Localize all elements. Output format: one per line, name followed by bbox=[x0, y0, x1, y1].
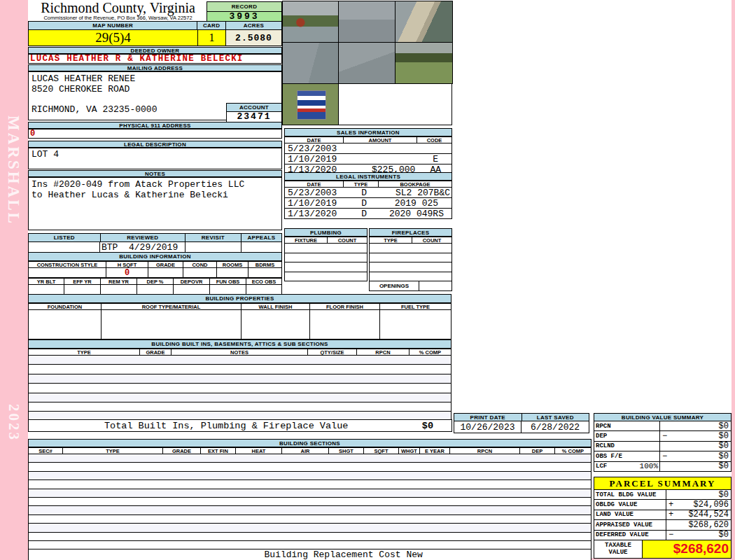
plumbing-table: PLUMBING FIXTURE COUNT bbox=[284, 228, 368, 281]
built-ins-grade-label: GRADE bbox=[140, 349, 172, 356]
empty-row bbox=[29, 356, 451, 365]
property-photo-7[interactable] bbox=[282, 83, 339, 125]
empty-row bbox=[29, 480, 591, 489]
sales-code-label: CODE bbox=[417, 136, 452, 144]
plumbing-title: PLUMBING bbox=[284, 228, 368, 237]
sales-amount-label: AMOUNT bbox=[344, 136, 417, 144]
rooms-value bbox=[217, 268, 248, 278]
property-photo-2[interactable] bbox=[338, 1, 396, 43]
empty-row bbox=[29, 489, 591, 498]
instrument-date-3: 1/13/2020 bbox=[285, 209, 346, 219]
property-photo-3[interactable] bbox=[395, 1, 453, 43]
print-date-value: 10/26/2023 bbox=[454, 421, 522, 433]
empty-row bbox=[29, 541, 591, 550]
instrument-type-1: D bbox=[346, 188, 382, 198]
built-ins-total-value: $0 bbox=[422, 421, 433, 431]
grade-value bbox=[148, 268, 183, 278]
empty-row bbox=[29, 384, 451, 393]
notes-header: NOTES bbox=[28, 170, 282, 177]
land-value-row: + $244,524 bbox=[666, 510, 732, 520]
county-subtitle: Commissioner of the Revenue, PO Box 366,… bbox=[29, 15, 206, 21]
deferred-value-row: − $0 bbox=[666, 531, 732, 540]
fireplaces-title: FIREPLACES bbox=[369, 228, 452, 237]
hsqft-label: H SQFT bbox=[106, 261, 148, 268]
notes-line-1: Ins #2020-049 from Atack Properties LLC bbox=[31, 179, 279, 190]
foundation-value bbox=[28, 310, 102, 340]
legal-description-header: LEGAL DESCRIPTION bbox=[28, 141, 282, 148]
sales-date-1: 5/23/2003 bbox=[285, 144, 346, 154]
empty-row bbox=[29, 463, 591, 471]
print-date-table: PRINT DATE LAST SAVED 10/26/2023 6/28/20… bbox=[454, 413, 589, 433]
record-table: RECORD 3993 bbox=[206, 1, 282, 23]
instrument-bookpage-label: BOOKPAGE bbox=[379, 181, 452, 188]
effyr-label: EFF YR bbox=[64, 278, 101, 285]
building-sections-footer-row: Building Replacement Cost New bbox=[28, 550, 592, 560]
construction-style-value bbox=[28, 268, 106, 278]
cond-label: COND bbox=[183, 261, 217, 268]
plumbing-fixture-label: FIXTURE bbox=[284, 237, 328, 244]
property-photo-6[interactable] bbox=[395, 42, 453, 84]
listed-label: LISTED bbox=[28, 233, 101, 242]
total-bldg-value-row: $0 bbox=[666, 490, 732, 500]
realty-sign bbox=[297, 90, 326, 120]
instrument-date-2: 1/10/2019 bbox=[285, 198, 346, 209]
section-rpcn-label: RPCN bbox=[450, 447, 520, 454]
bvs-lcf-label: LCF 100% bbox=[594, 462, 660, 472]
last-saved-value: 6/28/2022 bbox=[522, 421, 589, 433]
revisit-value bbox=[186, 242, 241, 253]
fireplaces-table: FIREPLACES TYPE COUNT OPENINGS bbox=[369, 228, 452, 291]
property-photo-4[interactable] bbox=[282, 42, 339, 84]
depovr-value bbox=[174, 285, 210, 295]
total-bldg-value: $0 bbox=[719, 490, 729, 500]
empty-row bbox=[29, 454, 591, 463]
section-type-label: TYPE bbox=[63, 447, 163, 454]
parcel-summary-title: PARCEL SUMMARY bbox=[594, 477, 732, 490]
plumbing-count-label: COUNT bbox=[328, 237, 368, 244]
replacement-cost-label: Building Replacement Cost New bbox=[265, 550, 423, 560]
building-value-summary-title: BUILDING VALUE SUMMARY bbox=[594, 413, 732, 421]
empty-row bbox=[29, 365, 451, 374]
appeals-value bbox=[241, 242, 282, 253]
instrument-type-label: TYPE bbox=[344, 181, 379, 188]
fireplaces-count-label: COUNT bbox=[412, 237, 452, 244]
foundation-label: FOUNDATION bbox=[28, 303, 102, 310]
heat-label: HEAT bbox=[236, 447, 282, 454]
deeded-owner-value: LUCAS HEATHER R & KATHERINE BELECKI bbox=[28, 54, 282, 64]
openings-value bbox=[419, 281, 452, 291]
sales-information-title: SALES INFORMATION bbox=[284, 128, 452, 136]
empty-row bbox=[285, 272, 367, 282]
bvs-obs-op: − bbox=[662, 451, 667, 461]
fuel-type-value bbox=[380, 310, 451, 340]
built-ins-total-row: Total Built Ins, Plumbing & Fireplace Va… bbox=[28, 419, 452, 432]
bvs-lcf-value: $0 bbox=[719, 461, 729, 471]
empty-row bbox=[370, 262, 451, 272]
property-photo-5[interactable] bbox=[338, 42, 396, 84]
parcel-summary: PARCEL SUMMARY TOTAL BLDG VALUE $0 OBLDG… bbox=[594, 477, 732, 559]
deferred-value-label: DEFERRED VALUE bbox=[594, 531, 666, 540]
card-value: 1 bbox=[198, 30, 226, 46]
acres-value: 2.5080 bbox=[226, 30, 282, 46]
total-bldg-value-label: TOTAL BLDG VALUE bbox=[594, 490, 666, 500]
built-ins-rpcn-label: RPCN bbox=[357, 349, 410, 356]
effyr-value bbox=[64, 285, 101, 295]
deferred-value: $0 bbox=[719, 530, 729, 540]
notes-box: Ins #2020-049 from Atack Properties LLC … bbox=[28, 177, 282, 230]
physical-address-value: 0 bbox=[28, 129, 282, 139]
bdrms-label: BDRMS bbox=[248, 261, 282, 268]
map-number-value: 29(5)4 bbox=[28, 30, 198, 46]
instrument-row-2: 1/10/2019 D 2019 025 bbox=[285, 198, 451, 209]
built-ins-total-label: Total Built Ins, Plumbing & Fireplace Va… bbox=[104, 421, 348, 431]
property-record-card: MARSHALL 2023 Richmond County, Virginia … bbox=[0, 0, 735, 560]
roof-value bbox=[102, 310, 241, 340]
land-value-label: LAND VALUE bbox=[594, 510, 666, 520]
obldg-value-op: + bbox=[668, 500, 673, 510]
revisit-label: REVISIT bbox=[186, 233, 241, 242]
depovr-label: DEPOVR bbox=[174, 278, 210, 285]
land-value-op: + bbox=[668, 510, 673, 519]
account-value: 23471 bbox=[226, 112, 282, 122]
property-photo-1[interactable] bbox=[282, 1, 339, 43]
built-ins-comp-label: % COMP bbox=[410, 349, 451, 356]
appraised-value-row: $268,620 bbox=[666, 520, 732, 530]
instrument-row-3: 1/13/2020 D 2020 049RS bbox=[285, 209, 451, 219]
map-card-acres: MAP NUMBER CARD ACRES 29(5)4 1 2.5080 bbox=[28, 21, 282, 46]
